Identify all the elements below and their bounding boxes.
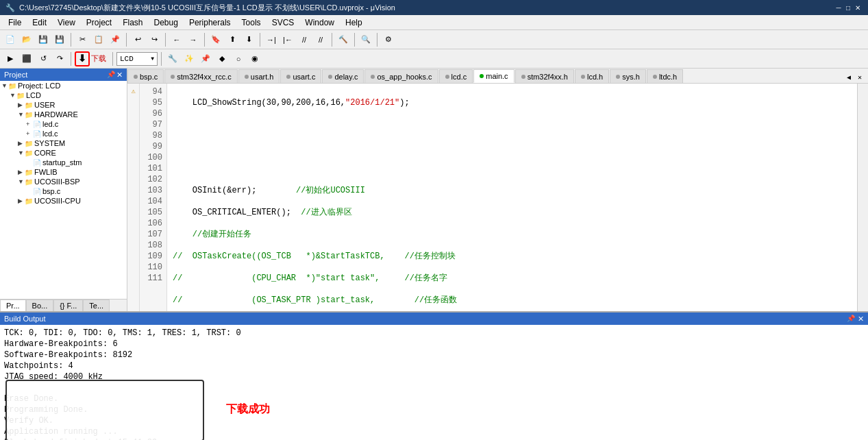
warn-99 (129, 141, 138, 152)
tab-scroll-left[interactable]: ◀ (843, 72, 854, 83)
separator-8 (377, 33, 377, 47)
menu-svcs[interactable]: SVCS (266, 16, 300, 29)
tab-delay-c[interactable]: delay.c (322, 69, 364, 83)
build-close-icon[interactable]: ✕ (858, 315, 864, 323)
cut-button[interactable]: ✂ (75, 32, 90, 47)
warn-110 (129, 262, 138, 273)
menu-edit[interactable]: Edit (27, 16, 52, 29)
tree-item-lcd[interactable]: ▼ LCD (0, 90, 127, 100)
step-over-button[interactable]: ↷ (52, 51, 67, 66)
save-all-button[interactable]: 💾 (52, 32, 67, 47)
reset-button[interactable]: ↺ (36, 51, 51, 66)
menu-project[interactable]: Project (81, 16, 117, 29)
prev-bookmark-button[interactable]: ⬆ (225, 32, 240, 47)
tab-lcd-h[interactable]: lcd.h (575, 69, 609, 83)
tree-item-system[interactable]: ▶ SYSTEM (0, 138, 127, 148)
bookmark-button[interactable]: 🔖 (208, 32, 223, 47)
tree-item-project[interactable]: ▼ Project: LCD (0, 81, 127, 90)
save-button[interactable]: 💾 (36, 32, 51, 47)
tab-stm32f4xx-h[interactable]: stm32f4xx.h (515, 69, 574, 83)
code-editor[interactable]: ⚠ (127, 84, 868, 311)
project-close-icon[interactable]: ✕ (116, 71, 123, 80)
tab-ltdc-h[interactable]: ltdc.h (647, 69, 683, 83)
tree-item-startup[interactable]: startup_stm (0, 158, 127, 167)
menu-flash[interactable]: Flash (117, 16, 148, 29)
paste-button[interactable]: 📌 (108, 32, 123, 47)
menu-peripherals[interactable]: Peripherals (184, 16, 236, 29)
tab-lcd-c[interactable]: lcd.c (439, 69, 473, 83)
tree-item-ucosiii-cpu[interactable]: ▶ UCOSIII-CPU (0, 196, 127, 206)
tree-item-hardware[interactable]: ▼ HARDWARE (0, 110, 127, 119)
open-button[interactable]: 📂 (19, 32, 34, 47)
uncomment-button[interactable]: // (313, 32, 328, 47)
settings-button[interactable]: ⚙ (381, 32, 396, 47)
project-pin-icon[interactable]: 📌 (107, 71, 115, 80)
warn-104 (129, 196, 138, 207)
undo-button[interactable]: ↩ (130, 32, 145, 47)
extra-button[interactable]: ◉ (247, 51, 262, 66)
menu-debug[interactable]: Debug (149, 16, 184, 29)
target-options-button[interactable]: 🔧 (165, 51, 180, 66)
debug-start-button[interactable]: ▶ (3, 51, 18, 66)
tab-stm32f4xx-rcc-c[interactable]: stm32f4xx_rcc.c (164, 69, 237, 83)
tree-item-fwlib[interactable]: ▶ FWLIB (0, 167, 127, 177)
tree-item-ucosiii-bsp[interactable]: ▼ UCOSIII-BSP (0, 177, 127, 186)
tab-bsp-c[interactable]: bsp.c (127, 69, 164, 83)
diamond-button[interactable]: ◆ (214, 51, 230, 66)
redo-button[interactable]: ↪ (147, 32, 162, 47)
tab-usart-h[interactable]: usart.h (238, 69, 280, 83)
tree-item-bsp[interactable]: bsp.c (0, 186, 127, 196)
search-button[interactable]: 🔍 (358, 32, 373, 47)
build-pin-icon[interactable]: 📌 (847, 315, 855, 323)
separator-6 (332, 33, 332, 47)
lcd-c-file-icon (33, 130, 41, 138)
tab-templates[interactable]: Te... (83, 300, 110, 311)
new-file-button[interactable]: 📄 (3, 32, 18, 47)
pin-button[interactable]: 📌 (198, 51, 213, 66)
menu-tools[interactable]: Tools (236, 16, 266, 29)
nav-back-button[interactable]: ← (169, 32, 184, 47)
build-line-7: Erase Done. (4, 393, 864, 404)
build-output-content[interactable]: TCK: 0, TDI: 0, TDO: 0, TMS: 1, TRES: 1,… (0, 325, 868, 440)
tab-dot (134, 75, 138, 79)
target-dropdown[interactable]: LCD ▼ (116, 52, 158, 66)
project-panel: Project 📌 ✕ ▼ Project: LCD ▼ (0, 69, 127, 311)
tab-label: lcd.c (451, 73, 467, 81)
next-bookmark-button[interactable]: ⬇ (241, 32, 256, 47)
tree-item-led[interactable]: + led.c (0, 119, 127, 129)
tab-usart-c[interactable]: usart.c (280, 69, 321, 83)
debug-stop-button[interactable]: ⬛ (19, 51, 34, 66)
build-button[interactable]: 🔨 (336, 32, 351, 47)
menu-view[interactable]: View (52, 16, 81, 29)
tab-functions[interactable]: {} F... (53, 300, 83, 311)
editor-scrollbar[interactable] (857, 84, 868, 311)
tree-item-user[interactable]: ▶ USER (0, 100, 127, 110)
tab-close[interactable]: ✕ (854, 72, 865, 83)
close-button[interactable]: ✕ (853, 3, 863, 12)
unindent-button[interactable]: |← (280, 32, 295, 47)
magic-wand-button[interactable]: ✨ (182, 51, 197, 66)
tree-item-lcd-c[interactable]: + lcd.c (0, 129, 127, 138)
tab-sys-h[interactable]: sys.h (610, 69, 646, 83)
build-output-title: Build Output (4, 315, 46, 323)
menu-file[interactable]: File (3, 16, 27, 29)
menu-window[interactable]: Window (299, 16, 340, 29)
build-line-9: Verify OK. (4, 415, 864, 426)
comment-button[interactable]: // (297, 32, 312, 47)
nav-fwd-button[interactable]: → (186, 32, 201, 47)
menu-help[interactable]: Help (340, 16, 368, 29)
code-line-94: LCD_ShowString(30,90,200,16,16,"2016/1/2… (173, 97, 852, 108)
load-button[interactable]: ⬇ (75, 51, 90, 66)
code-content[interactable]: LCD_ShowString(30,90,200,16,16,"2016/1/2… (167, 84, 857, 311)
tab-os-app-hooks[interactable]: os_app_hooks.c (364, 69, 438, 83)
tab-books[interactable]: Bo... (26, 300, 54, 311)
tree-item-core[interactable]: ▼ CORE (0, 148, 127, 158)
tab-project[interactable]: Pr... (0, 300, 26, 311)
warn-95 (129, 97, 138, 108)
tab-main-c[interactable]: main.c (473, 69, 514, 83)
minimize-button[interactable]: ─ (834, 3, 843, 12)
indent-button[interactable]: →| (264, 32, 279, 47)
circle-button[interactable]: ○ (231, 51, 246, 66)
copy-button[interactable]: 📋 (91, 32, 106, 47)
maximize-button[interactable]: □ (843, 3, 853, 12)
